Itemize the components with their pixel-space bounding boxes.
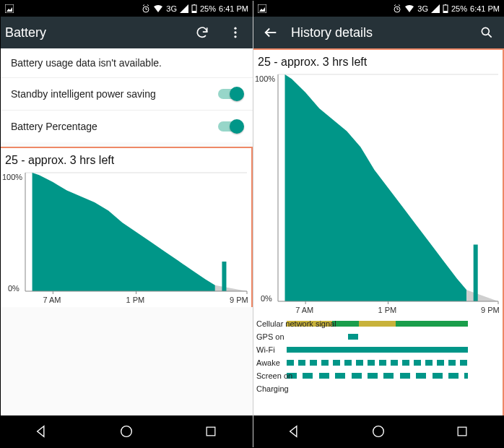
svg-line-6 — [147, 5, 149, 7]
app-bar: History details — [253, 17, 504, 48]
setting-label: Standby intelligent power saving — [11, 88, 156, 100]
battery-chart: 100%0%7 AM1 PM9 PM — [1, 170, 251, 307]
alarm-icon — [393, 4, 401, 13]
svg-line-5 — [143, 5, 144, 7]
nav-recent-button[interactable] — [196, 417, 225, 446]
svg-marker-47 — [466, 290, 498, 301]
track-cellular: Cellular network signal — [255, 317, 501, 330]
svg-text:1 PM: 1 PM — [126, 296, 145, 304]
svg-marker-46 — [285, 74, 467, 301]
page-title: History details — [291, 25, 466, 40]
svg-line-36 — [394, 5, 396, 7]
svg-point-11 — [234, 27, 236, 30]
nav-back-button[interactable] — [281, 417, 310, 446]
svg-rect-31 — [258, 4, 266, 13]
svg-text:9 PM: 9 PM — [481, 306, 500, 314]
svg-marker-15 — [32, 173, 215, 291]
chart-title: 25 - approx. 3 hrs left — [253, 50, 503, 72]
track-gps: GPS on — [255, 330, 501, 343]
nav-bar — [253, 415, 504, 447]
svg-rect-10 — [192, 11, 196, 13]
svg-text:9 PM: 9 PM — [230, 296, 248, 304]
svg-text:7 AM: 7 AM — [43, 296, 61, 304]
svg-rect-9 — [194, 4, 195, 5]
svg-text:100%: 100% — [2, 173, 22, 181]
nav-bar — [1, 415, 253, 447]
status-bar: 3G 25% 6:41 PM — [253, 1, 504, 17]
svg-marker-1 — [6, 7, 12, 12]
battery-icon — [191, 4, 197, 13]
back-button[interactable] — [258, 20, 284, 46]
svg-line-44 — [488, 34, 492, 38]
wifi-icon — [153, 4, 163, 13]
battery-percent: 25% — [200, 4, 216, 13]
svg-marker-16 — [215, 285, 247, 291]
svg-text:7 AM: 7 AM — [295, 306, 313, 314]
clock-time: 6:41 PM — [470, 4, 500, 13]
battery-history-chart: 100%0%7 AM1 PM9 PM — [253, 72, 503, 317]
svg-point-12 — [234, 31, 236, 33]
svg-marker-38 — [431, 4, 440, 13]
usage-tracks: Cellular network signal GPS on Wi-Fi Awa… — [253, 317, 503, 398]
svg-rect-0 — [5, 4, 14, 13]
battery-percent: 25% — [451, 4, 467, 13]
svg-text:0%: 0% — [261, 294, 272, 303]
status-bar: 3G 25% 6:41 PM — [1, 1, 253, 17]
battery-chart-summary[interactable]: 25 - approx. 3 hrs left 100%0%7 AM1 PM9 … — [1, 147, 253, 307]
clock-time: 6:41 PM — [219, 4, 248, 13]
svg-point-13 — [234, 35, 236, 38]
svg-point-43 — [482, 27, 489, 35]
svg-text:0%: 0% — [8, 284, 19, 293]
signal-icon — [431, 4, 440, 13]
signal-icon — [180, 4, 188, 13]
battery-percentage-row[interactable]: Battery Percentage — [1, 111, 253, 142]
battery-percentage-toggle[interactable] — [218, 121, 243, 132]
battery-data-unavailable-message: Battery usage data isn't available. — [1, 48, 253, 77]
track-charging: Charging — [255, 382, 501, 395]
nav-home-button[interactable] — [112, 417, 141, 446]
chart-title: 25 - approx. 3 hrs left — [1, 148, 251, 170]
svg-text:1 PM: 1 PM — [378, 306, 397, 314]
svg-rect-61 — [458, 427, 466, 436]
app-bar: Battery — [1, 17, 253, 48]
picture-icon — [258, 4, 266, 13]
page-title: Battery — [5, 25, 182, 40]
standby-toggle[interactable] — [218, 89, 243, 99]
wifi-icon — [404, 4, 414, 13]
track-awake: Awake — [255, 356, 501, 369]
nav-back-button[interactable] — [28, 417, 57, 446]
overflow-menu-button[interactable] — [222, 20, 248, 46]
svg-rect-30 — [207, 427, 215, 436]
alarm-icon — [142, 4, 150, 13]
battery-icon — [443, 4, 448, 13]
track-wifi: Wi-Fi — [255, 343, 501, 356]
svg-rect-17 — [222, 262, 226, 291]
setting-label: Battery Percentage — [11, 121, 97, 132]
svg-marker-7 — [180, 4, 188, 13]
svg-point-29 — [121, 426, 132, 437]
nav-home-button[interactable] — [364, 417, 393, 446]
svg-rect-41 — [443, 11, 448, 13]
content-area: Battery usage data isn't available. Stan… — [1, 48, 253, 415]
track-screen: Screen on — [255, 369, 501, 382]
svg-rect-40 — [445, 4, 446, 5]
content-area: 25 - approx. 3 hrs left 100%0%7 AM1 PM9 … — [253, 48, 504, 415]
svg-point-60 — [373, 426, 384, 437]
svg-text:100%: 100% — [255, 74, 275, 83]
refresh-button[interactable] — [189, 20, 215, 46]
svg-marker-28 — [38, 426, 44, 437]
standby-power-saving-row[interactable]: Standby intelligent power saving — [1, 78, 253, 110]
picture-icon — [5, 4, 14, 13]
svg-rect-48 — [474, 245, 478, 302]
svg-line-37 — [399, 5, 400, 7]
network-type: 3G — [417, 4, 428, 13]
search-button[interactable] — [474, 20, 500, 46]
svg-marker-32 — [259, 7, 265, 12]
network-type: 3G — [166, 4, 177, 13]
svg-marker-59 — [290, 426, 296, 437]
nav-recent-button[interactable] — [448, 417, 477, 446]
